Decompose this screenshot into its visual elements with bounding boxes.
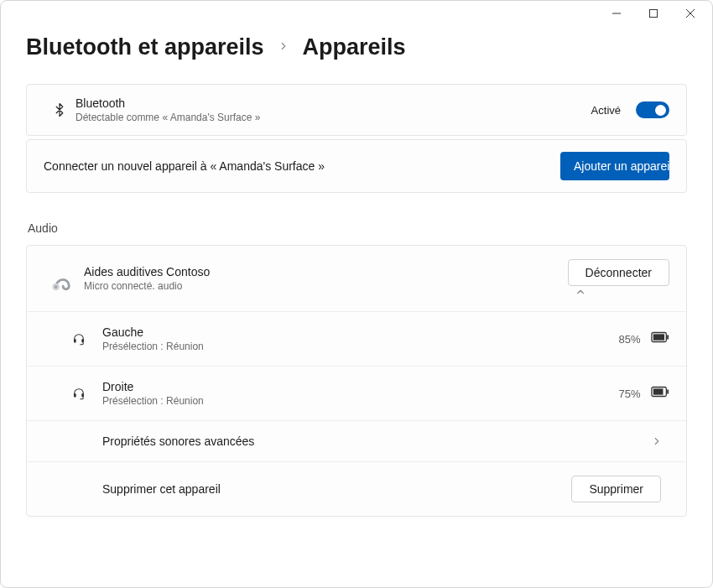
connect-device-card: Connecter un nouvel appareil à « Amanda'… [26,139,687,193]
svg-rect-9 [653,334,664,340]
add-device-button[interactable]: Ajouter un appareil [560,152,669,180]
hearing-aid-icon [44,264,79,293]
right-battery-pct: 75% [619,388,641,400]
bluetooth-toggle[interactable] [636,101,669,118]
minimize-button[interactable] [598,1,635,26]
chevron-up-icon[interactable] [568,286,593,298]
connect-prompt: Connecter un nouvel appareil à « Amanda'… [44,159,560,173]
svg-rect-12 [81,393,84,398]
svg-point-5 [55,285,58,289]
bluetooth-toggle-label: Activé [591,104,621,117]
content-area: Bluetooth et appareils Appareils Bluetoo… [1,26,712,542]
audio-section-title: Audio [28,221,687,235]
breadcrumb-parent[interactable]: Bluetooth et appareils [26,34,264,60]
right-ear-row: Droite Présélection : Réunion 75% [27,366,686,420]
bluetooth-icon [44,102,75,117]
audio-device-group: Aides auditives Contoso Micro connecté. … [26,245,687,517]
device-status: Micro connecté. audio [84,280,568,292]
bluetooth-card: Bluetooth Détectable comme « Amanda's Su… [26,84,687,136]
remove-device-button[interactable]: Supprimer [571,476,661,502]
right-label: Droite [102,380,619,393]
svg-rect-10 [667,335,669,340]
advanced-sound-row[interactable]: Propriétés sonores avancées [27,420,686,461]
left-preset: Présélection : Réunion [102,341,619,352]
chevron-right-icon [644,435,669,447]
advanced-sound-label: Propriétés sonores avancées [102,434,644,448]
remove-device-label: Supprimer cet appareil [102,482,571,496]
device-name: Aides auditives Contoso [84,265,568,278]
breadcrumb: Bluetooth et appareils Appareils [26,34,687,60]
device-header-row[interactable]: Aides auditives Contoso Micro connecté. … [27,246,686,311]
svg-rect-11 [74,393,76,398]
headset-icon [69,332,89,346]
remove-device-row: Supprimer cet appareil Supprimer [27,461,686,516]
svg-rect-15 [667,389,669,394]
breadcrumb-current: Appareils [303,34,406,60]
left-battery-pct: 85% [619,333,641,346]
left-label: Gauche [102,325,619,339]
left-ear-row: Gauche Présélection : Réunion 85% [27,311,686,366]
window-titlebar [1,1,712,26]
battery-icon [651,386,669,400]
disconnect-button[interactable]: Déconnecter [568,259,669,286]
close-button[interactable] [672,1,709,26]
headset-icon [69,387,89,400]
svg-rect-1 [650,10,658,18]
settings-window: Bluetooth et appareils Appareils Bluetoo… [0,0,713,588]
svg-rect-6 [74,339,76,343]
bluetooth-subtitle: Détectable comme « Amanda's Surface » [75,112,591,123]
chevron-right-icon [278,40,289,55]
maximize-button[interactable] [635,1,672,26]
battery-icon [651,331,669,346]
right-preset: Présélection : Réunion [102,395,619,407]
svg-rect-14 [653,388,664,394]
bluetooth-title: Bluetooth [75,96,591,110]
svg-rect-7 [81,339,84,343]
